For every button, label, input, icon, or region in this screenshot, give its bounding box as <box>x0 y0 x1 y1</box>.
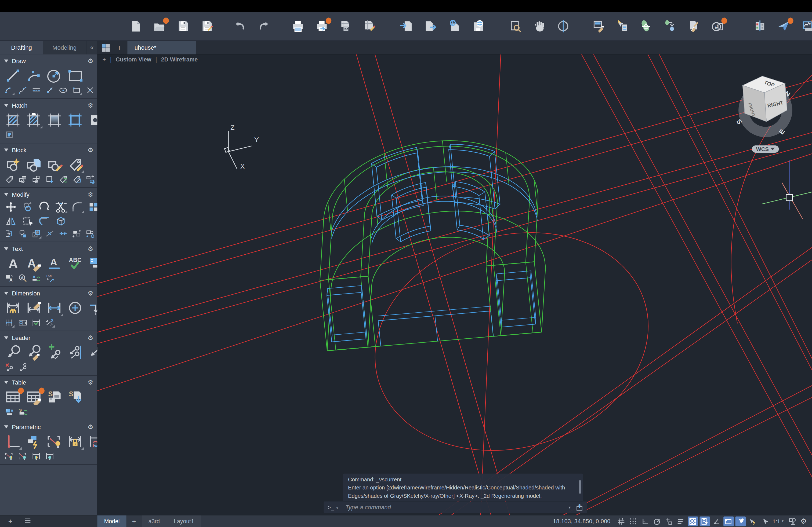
settings-gear-icon[interactable]: ⚙ <box>799 516 809 526</box>
print-icon[interactable] <box>290 18 306 34</box>
command-share-icon[interactable] <box>576 503 583 511</box>
dim-sync-icon[interactable] <box>87 433 98 450</box>
leader-icon[interactable] <box>4 344 22 361</box>
command-scrollbar[interactable] <box>579 480 581 494</box>
select-add-icon[interactable] <box>21 215 34 227</box>
new-file-icon[interactable] <box>127 18 143 34</box>
break-x-icon[interactable] <box>45 229 55 239</box>
layout-list-icon[interactable] <box>24 516 32 526</box>
fillet-icon[interactable] <box>70 201 84 213</box>
a-underline-icon[interactable]: A <box>46 255 63 272</box>
gear-icon[interactable]: ⚙ <box>88 58 93 64</box>
table-icon[interactable] <box>4 389 22 405</box>
move-icon[interactable] <box>4 201 17 213</box>
viewport-view-menu[interactable]: Custom View <box>116 56 151 62</box>
dynamic-input-toggle[interactable] <box>723 516 734 526</box>
swap-a-icon[interactable] <box>71 229 82 239</box>
dim-precision-icon[interactable]: .1 <box>18 318 28 328</box>
dim-ordinate-icon[interactable] <box>87 300 98 316</box>
dim-lock-icon[interactable] <box>66 433 84 450</box>
plot-icon[interactable] <box>314 18 330 34</box>
s-down-icon[interactable]: S <box>66 389 84 405</box>
text-list-icon[interactable]: A <box>87 255 98 272</box>
leader-brush-icon[interactable] <box>25 344 43 361</box>
drawing-canvas[interactable]: + | Custom View | 2D Wireframe Z Y X N E… <box>98 54 812 515</box>
block-pencil-icon[interactable] <box>46 156 63 173</box>
selection-cycling-toggle[interactable] <box>699 516 710 526</box>
new-drawing-tab-button[interactable]: + <box>117 43 122 52</box>
bulb-half-icon[interactable] <box>4 451 14 461</box>
boundary-icon[interactable] <box>66 112 84 129</box>
collapse-triangle-icon[interactable] <box>4 247 8 251</box>
count-icon[interactable]: # <box>709 18 725 34</box>
view-cube[interactable]: N E S TOP RIGHT FRONT WCS <box>725 69 812 159</box>
properties-icon[interactable] <box>591 18 606 34</box>
axis-red-icon[interactable] <box>4 433 22 450</box>
dim-main-icon[interactable] <box>4 300 22 316</box>
rectangle-icon[interactable] <box>66 67 84 84</box>
center-find-icon[interactable] <box>638 18 654 34</box>
object-snap-toggle[interactable] <box>664 516 674 526</box>
a-sync-icon[interactable]: A <box>31 273 42 283</box>
ellipse-icon[interactable] <box>58 85 69 95</box>
cube3d-icon[interactable] <box>54 215 68 227</box>
collapse-triangle-icon[interactable] <box>4 60 8 63</box>
collapse-triangle-icon[interactable] <box>4 104 8 107</box>
array-icon[interactable] <box>87 201 98 213</box>
tab-drafting[interactable]: Drafting <box>0 41 43 54</box>
block-floppy-icon[interactable] <box>31 175 42 184</box>
sidebar-collapse-icon[interactable]: « <box>86 41 97 54</box>
command-prompt-icon[interactable]: >_ <box>328 504 335 510</box>
share-icon[interactable] <box>776 18 791 34</box>
table-brush-icon[interactable] <box>25 389 43 405</box>
bulb-y-icon[interactable] <box>46 433 63 450</box>
tab-modeling[interactable]: Modeling <box>43 41 86 54</box>
save-web-icon[interactable] <box>470 18 486 34</box>
command-input[interactable]: Type a command <box>345 504 568 510</box>
arc-points-icon[interactable] <box>4 85 14 95</box>
block-file-icon[interactable] <box>25 156 43 173</box>
multiline-icon[interactable] <box>31 85 42 95</box>
dim-bulb-half-icon[interactable] <box>31 451 42 461</box>
add-layout-tab-button[interactable]: + <box>127 515 141 527</box>
dim-bulb-cyan-icon[interactable] <box>45 451 55 461</box>
import-icon[interactable] <box>399 18 414 34</box>
hatch-background-toggle[interactable] <box>688 516 698 526</box>
spline-icon[interactable] <box>18 85 28 95</box>
polar-tracking-toggle[interactable] <box>652 516 663 526</box>
tag-sync-icon[interactable] <box>58 175 69 184</box>
point-x-icon[interactable] <box>85 85 95 95</box>
dim-baseline-icon[interactable] <box>4 318 14 328</box>
prompt-dropdown-icon[interactable]: ▾ <box>336 506 338 510</box>
copy-icon[interactable] <box>21 201 34 213</box>
isometric-drafting-toggle[interactable] <box>712 516 722 526</box>
drawing-tab[interactable]: uhouse* <box>127 41 196 54</box>
dim-x-icon[interactable]: X <box>45 318 55 328</box>
quick-properties-toggle[interactable] <box>747 516 758 526</box>
leader-remove-icon[interactable] <box>4 362 14 372</box>
s-sync-icon[interactable]: S <box>18 407 28 417</box>
gear-icon[interactable]: ⚙ <box>88 290 93 297</box>
hatch-brush-icon[interactable] <box>25 112 43 129</box>
scale-icon[interactable] <box>31 229 42 239</box>
layout-tab-layout1[interactable]: Layout1 <box>167 515 201 527</box>
bulb-cyan-icon[interactable] <box>18 451 28 461</box>
dim-linear-icon[interactable] <box>46 300 63 316</box>
command-expand-icon[interactable]: ▾ <box>569 505 571 509</box>
arc-icon[interactable] <box>25 67 43 84</box>
flag-bolt-icon[interactable] <box>25 433 43 450</box>
plot-edit-icon[interactable] <box>361 18 377 34</box>
orbit-icon[interactable] <box>555 18 570 34</box>
a-find-icon[interactable]: A <box>18 273 28 283</box>
leader-collect-icon[interactable] <box>18 362 28 372</box>
ortho-mode-toggle[interactable] <box>640 516 650 526</box>
layout-tab-a3rd[interactable]: a3rd <box>142 515 167 527</box>
rect-small-icon[interactable] <box>71 85 82 95</box>
text-A-icon[interactable]: A <box>4 255 22 272</box>
dim-check-icon[interactable] <box>31 318 42 328</box>
leader-add-icon[interactable] <box>46 344 63 361</box>
pdf-tool-icon[interactable]: PDF <box>45 273 55 283</box>
stretch-icon[interactable] <box>4 229 14 239</box>
solid-move-icon[interactable] <box>18 229 28 239</box>
viewport-add-button[interactable]: + <box>103 56 106 62</box>
